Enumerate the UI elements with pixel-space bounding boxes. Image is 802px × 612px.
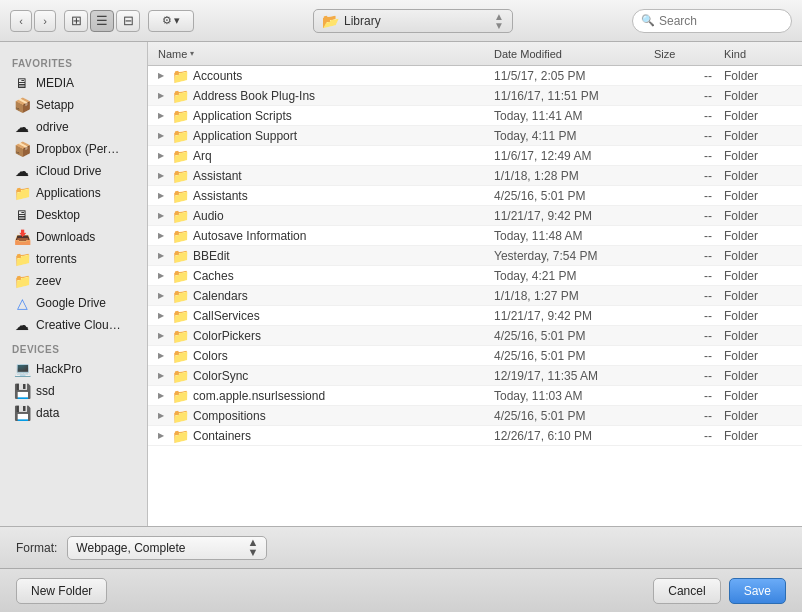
expand-arrow: ▶ (158, 71, 168, 80)
icon-view-button[interactable]: ⊞ (64, 10, 88, 32)
file-size: -- (648, 229, 718, 243)
file-kind: Folder (718, 69, 798, 83)
devices-section-label: Devices (0, 336, 147, 358)
folder-icon: 📁 (172, 428, 189, 444)
sidebar-item-desktop[interactable]: 🖥 Desktop (2, 204, 145, 226)
col-header-kind[interactable]: Kind (718, 48, 798, 60)
table-row[interactable]: ▶ 📁 com.apple.nsurlsessiond Today, 11:03… (148, 386, 802, 406)
sidebar-item-data[interactable]: 💾 data (2, 402, 145, 424)
file-size: -- (648, 369, 718, 383)
file-size: -- (648, 309, 718, 323)
file-kind: Folder (718, 169, 798, 183)
table-row[interactable]: ▶ 📁 Address Book Plug-Ins 11/16/17, 11:5… (148, 86, 802, 106)
new-folder-button[interactable]: New Folder (16, 578, 107, 604)
table-row[interactable]: ▶ 📁 Calendars 1/1/18, 1:27 PM -- Folder (148, 286, 802, 306)
expand-arrow: ▶ (158, 311, 168, 320)
folder-icon: 📁 (172, 348, 189, 364)
file-kind: Folder (718, 229, 798, 243)
sidebar-item-setapp[interactable]: 📦 Setapp (2, 94, 145, 116)
file-name: ▶ 📁 ColorSync (152, 368, 488, 384)
sidebar-item-downloads[interactable]: 📥 Downloads (2, 226, 145, 248)
back-button[interactable]: ‹ (10, 10, 32, 32)
sidebar-item-label: odrive (36, 120, 69, 134)
sidebar: Favorites 🖥 MEDIA 📦 Setapp ☁ odrive 📦 Dr… (0, 42, 148, 526)
table-row[interactable]: ▶ 📁 BBEdit Yesterday, 7:54 PM -- Folder (148, 246, 802, 266)
list-view-button[interactable]: ☰ (90, 10, 114, 32)
sidebar-item-ssd[interactable]: 💾 ssd (2, 380, 145, 402)
expand-arrow: ▶ (158, 111, 168, 120)
file-size: -- (648, 329, 718, 343)
file-name: ▶ 📁 Caches (152, 268, 488, 284)
location-select[interactable]: 📂 Library ▲▼ (313, 9, 513, 33)
file-size: -- (648, 169, 718, 183)
sidebar-item-icloud[interactable]: ☁ iCloud Drive (2, 160, 145, 182)
table-row[interactable]: ▶ 📁 Containers 12/26/17, 6:10 PM -- Fold… (148, 426, 802, 446)
expand-arrow: ▶ (158, 251, 168, 260)
table-row[interactable]: ▶ 📁 Audio 11/21/17, 9:42 PM -- Folder (148, 206, 802, 226)
table-row[interactable]: ▶ 📁 ColorPickers 4/25/16, 5:01 PM -- Fol… (148, 326, 802, 346)
cancel-button[interactable]: Cancel (653, 578, 720, 604)
setapp-icon: 📦 (14, 97, 30, 113)
table-row[interactable]: ▶ 📁 Colors 4/25/16, 5:01 PM -- Folder (148, 346, 802, 366)
sidebar-item-label: Applications (36, 186, 101, 200)
action-button[interactable]: ⚙ ▾ (148, 10, 194, 32)
search-box[interactable]: 🔍 (632, 9, 792, 33)
file-kind: Folder (718, 109, 798, 123)
main-area: Favorites 🖥 MEDIA 📦 Setapp ☁ odrive 📦 Dr… (0, 42, 802, 526)
table-row[interactable]: ▶ 📁 Application Support Today, 4:11 PM -… (148, 126, 802, 146)
file-name: ▶ 📁 Assistant (152, 168, 488, 184)
file-date: 11/5/17, 2:05 PM (488, 69, 648, 83)
folder-icon: 📁 (172, 328, 189, 344)
sidebar-item-odrive[interactable]: ☁ odrive (2, 116, 145, 138)
file-date: 12/19/17, 11:35 AM (488, 369, 648, 383)
table-row[interactable]: ▶ 📁 Caches Today, 4:21 PM -- Folder (148, 266, 802, 286)
table-row[interactable]: ▶ 📁 Assistant 1/1/18, 1:28 PM -- Folder (148, 166, 802, 186)
file-date: 11/21/17, 9:42 PM (488, 309, 648, 323)
col-header-date[interactable]: Date Modified (488, 48, 648, 60)
table-row[interactable]: ▶ 📁 Autosave Information Today, 11:48 AM… (148, 226, 802, 246)
favorites-section-label: Favorites (0, 50, 147, 72)
sidebar-item-media[interactable]: 🖥 MEDIA (2, 72, 145, 94)
sidebar-item-torrents[interactable]: 📁 torrents (2, 248, 145, 270)
format-select[interactable]: Webpage, Complete ▲▼ (67, 536, 267, 560)
file-size: -- (648, 389, 718, 403)
sidebar-item-googledrive[interactable]: △ Google Drive (2, 292, 145, 314)
table-row[interactable]: ▶ 📁 ColorSync 12/19/17, 11:35 AM -- Fold… (148, 366, 802, 386)
column-view-button[interactable]: ⊟ (116, 10, 140, 32)
table-row[interactable]: ▶ 📁 Compositions 4/25/16, 5:01 PM -- Fol… (148, 406, 802, 426)
sidebar-item-applications[interactable]: 📁 Applications (2, 182, 145, 204)
file-size: -- (648, 429, 718, 443)
folder-icon: 📁 (172, 88, 189, 104)
file-list-container: Name ▾ Date Modified Size Kind ▶ 📁 Accou… (148, 42, 802, 526)
col-header-size[interactable]: Size (648, 48, 718, 60)
folder-icon: 📁 (172, 168, 189, 184)
col-header-name[interactable]: Name ▾ (152, 48, 488, 60)
table-row[interactable]: ▶ 📁 Assistants 4/25/16, 5:01 PM -- Folde… (148, 186, 802, 206)
save-button[interactable]: Save (729, 578, 786, 604)
folder-icon: 📁 (172, 408, 189, 424)
table-row[interactable]: ▶ 📁 Arq 11/6/17, 12:49 AM -- Folder (148, 146, 802, 166)
sidebar-item-zeev[interactable]: 📁 zeev (2, 270, 145, 292)
table-row[interactable]: ▶ 📁 Accounts 11/5/17, 2:05 PM -- Folder (148, 66, 802, 86)
expand-arrow: ▶ (158, 171, 168, 180)
sidebar-item-creativecloud[interactable]: ☁ Creative Clou… (2, 314, 145, 336)
table-row[interactable]: ▶ 📁 Application Scripts Today, 11:41 AM … (148, 106, 802, 126)
file-date: Today, 11:48 AM (488, 229, 648, 243)
sidebar-item-dropbox[interactable]: 📦 Dropbox (Per… (2, 138, 145, 160)
table-row[interactable]: ▶ 📁 CallServices 11/21/17, 9:42 PM -- Fo… (148, 306, 802, 326)
file-name: ▶ 📁 Autosave Information (152, 228, 488, 244)
sidebar-item-label: MEDIA (36, 76, 74, 90)
search-input[interactable] (659, 14, 783, 28)
sidebar-item-hackpro[interactable]: 💻 HackPro (2, 358, 145, 380)
file-date: 11/6/17, 12:49 AM (488, 149, 648, 163)
folder-icon: 📁 (172, 128, 189, 144)
data-icon: 💾 (14, 405, 30, 421)
sidebar-item-label: data (36, 406, 59, 420)
file-date: 4/25/16, 5:01 PM (488, 189, 648, 203)
folder-icon: 📁 (172, 148, 189, 164)
format-bar: Format: Webpage, Complete ▲▼ (0, 526, 802, 568)
forward-button[interactable]: › (34, 10, 56, 32)
location-label: 📂 Library (322, 13, 381, 29)
sidebar-item-label: Desktop (36, 208, 80, 222)
file-name: ▶ 📁 Accounts (152, 68, 488, 84)
